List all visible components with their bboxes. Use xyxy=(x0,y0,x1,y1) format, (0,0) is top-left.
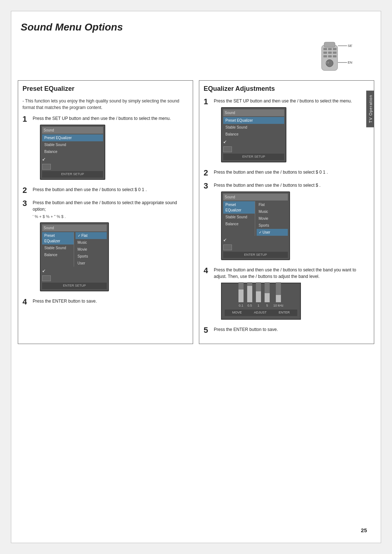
right-menu3-icon xyxy=(223,244,232,250)
svg-rect-7 xyxy=(333,52,336,54)
right-menu1-item-1: Preset EQualizer xyxy=(223,117,284,124)
left-menu1-bottom: ENTER SETUP xyxy=(42,171,103,178)
eq-bottom-bar: MOVE ADJUST ENTER xyxy=(225,310,297,316)
right-step-1: 1 Press the SET UP button and then use t… xyxy=(204,98,369,164)
tv-operation-label: TV Operation xyxy=(366,90,374,127)
right-menu3-left-item-1: Preset EQualizer xyxy=(223,201,255,214)
left-menu3-bottom: ENTER SETUP xyxy=(42,283,107,289)
eq-bar-1-label: 0.1 xyxy=(239,303,244,308)
eq-bar-2-label: 0.5 xyxy=(248,303,252,308)
left-menu1-arrow: ↙ xyxy=(42,155,103,163)
preset-equalizer-section: Preset EQualizer - This function lets yo… xyxy=(18,80,193,344)
left-step-3-text: Press the button and then use the / butt… xyxy=(33,200,177,212)
left-step-1-content: Press the SET UP button and then use the… xyxy=(33,115,188,181)
eq-bar-5-fill xyxy=(276,295,281,302)
eq-bar-4: 5 xyxy=(265,282,270,308)
right-menu3-right-item-4: Sports xyxy=(257,222,288,229)
eq-bar-5: 10 kHz xyxy=(273,282,283,308)
right-menu3-arrow: ↙ xyxy=(223,236,288,244)
eq-bar-5-track xyxy=(276,282,281,302)
eq-bar-1: 0.1 xyxy=(238,282,244,308)
eq-bar-3-label: 1 xyxy=(257,303,259,308)
left-menu1-item-1: Preset EQualizer xyxy=(42,134,103,141)
svg-rect-8 xyxy=(323,55,327,57)
left-step-1-number: 1 xyxy=(23,115,30,123)
equalizer-adjustments-section: EQualizer Adjustments 1 Press the SET UP… xyxy=(199,80,374,344)
right-step-5-number: 5 xyxy=(204,326,211,334)
right-menu3-right-item-5: ✓ User xyxy=(257,229,288,236)
eq-bar-1-track xyxy=(238,282,244,302)
eq-bar-5-label: 10 kHz xyxy=(273,303,283,308)
page-inner: Sound Menu Options xyxy=(18,18,374,536)
left-menu3-right-item-4: Sports xyxy=(75,253,107,260)
right-step-3-text: Press the button and then use the / butt… xyxy=(214,183,320,188)
right-menu3-right-item-3: Movie xyxy=(257,215,288,222)
left-menu3-left-item-3: Balance xyxy=(42,251,74,258)
svg-rect-6 xyxy=(328,52,332,54)
left-step-4-content: Press the ENTER button to save. xyxy=(33,298,188,304)
svg-text:/    /: / / xyxy=(326,61,329,64)
svg-rect-10 xyxy=(333,55,336,57)
eq-bar-2: 0.5 xyxy=(247,282,252,308)
left-step-3-content: Press the button and then use the / butt… xyxy=(33,199,188,293)
left-step-4-number: 4 xyxy=(23,298,30,306)
left-tv-menu-3: Sound Preset EQualizer Stable Sound Bala… xyxy=(40,222,109,291)
left-menu3-left-item-2: Stable Sound xyxy=(42,244,74,251)
left-menu3-col-right: ✓ Flat Music Movie Sports User xyxy=(74,232,107,267)
left-menu3-title: Sound xyxy=(42,225,107,231)
right-menu1-arrow: ↙ xyxy=(223,138,284,146)
left-menu1-item-3: Balance xyxy=(42,148,103,155)
svg-rect-3 xyxy=(328,48,332,50)
left-step-3: 3 Press the button and then use the / bu… xyxy=(23,199,188,293)
eq-bar-4-label: 5 xyxy=(266,303,268,308)
left-menu3-icon xyxy=(42,275,51,281)
left-menu3-right-item-2: Music xyxy=(75,239,107,246)
left-step-4: 4 Press the ENTER button to save. xyxy=(23,298,188,306)
page-title: Sound Menu Options xyxy=(18,18,374,33)
left-menu3-arrow: ↙ xyxy=(42,267,107,275)
right-step-1-text: Press the SET UP button and then use the… xyxy=(214,98,352,104)
eq-bar-3-track xyxy=(256,282,261,302)
eq-enter-label: ENTER xyxy=(279,310,290,315)
eq-bars-container: 0.1 0.5 xyxy=(225,286,297,308)
preset-equalizer-header: Preset EQualizer xyxy=(23,85,188,94)
left-step-3-sub: ' % + $ % + " % $ . xyxy=(33,214,188,220)
right-step-3-number: 3 xyxy=(204,182,211,190)
right-menu1-item-3: Balance xyxy=(223,131,284,138)
svg-rect-9 xyxy=(328,55,332,57)
eq-bar-2-track xyxy=(247,282,252,302)
right-step-2-number: 2 xyxy=(204,169,211,177)
eq-bar-3: 1 xyxy=(256,282,261,308)
eq-bar-4-track xyxy=(265,282,270,302)
left-step-3-number: 3 xyxy=(23,199,30,207)
eq-adjust-label: ADJUST xyxy=(254,310,266,315)
right-menu1-bottom: ENTER SETUP xyxy=(223,154,284,160)
right-menu3-left-item-2: Stable Sound xyxy=(223,214,255,221)
equalizer-adjustments-header: EQualizer Adjustments xyxy=(204,85,369,94)
right-step-1-number: 1 xyxy=(204,98,211,106)
right-step-5-content: Press the ENTER button to save. xyxy=(214,326,369,333)
right-step-4-text: Press the button and then use the / butt… xyxy=(214,267,356,279)
eq-bar-1-fill xyxy=(238,290,244,302)
svg-rect-4 xyxy=(333,48,336,50)
left-menu3-cols: Preset EQualizer Stable Sound Balance ✓ … xyxy=(42,232,107,267)
eq-bar-4-fill xyxy=(265,293,270,302)
right-step-2-content: Press the button and then use the / butt… xyxy=(214,169,369,175)
left-menu3-right-item-1: ✓ Flat xyxy=(75,232,107,239)
right-menu1-title: Sound xyxy=(223,109,284,116)
left-menu1-icon xyxy=(42,164,51,170)
page-outer: Sound Menu Options xyxy=(11,11,381,543)
svg-rect-2 xyxy=(323,48,327,50)
left-step-2: 2 Press the button and then use the / bu… xyxy=(23,186,188,194)
eq-move-label: MOVE xyxy=(232,310,242,315)
remote-illustration: SET UP ENTER / / xyxy=(305,38,352,78)
right-menu3-right-item-1: Flat xyxy=(257,201,288,208)
right-menu3-col-left: Preset EQualizer Stable Sound Balance xyxy=(223,201,255,236)
right-step-4-content: Press the button and then use the / butt… xyxy=(214,267,369,321)
right-menu3-title: Sound xyxy=(223,194,288,201)
right-menu3-left-item-3: Balance xyxy=(223,221,255,227)
right-step-3: 3 Press the button and then use the / bu… xyxy=(204,182,369,262)
right-step-3-content: Press the button and then use the / butt… xyxy=(214,182,369,262)
right-step-4-number: 4 xyxy=(204,267,211,275)
enter-label: ENTER xyxy=(348,61,352,64)
